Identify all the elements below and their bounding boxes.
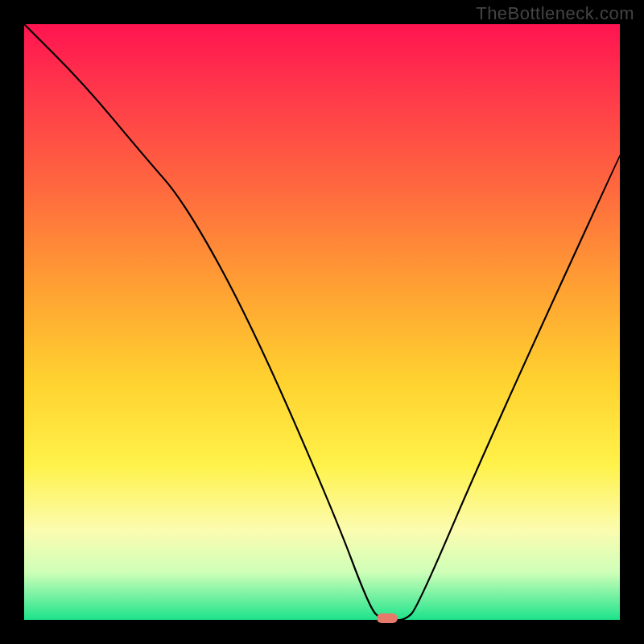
watermark-text: TheBottleneck.com [476,3,634,24]
bottleneck-curve-path [24,24,620,620]
chart-frame: TheBottleneck.com [0,0,644,644]
optimal-point-marker [377,613,398,623]
curve-svg [24,24,620,620]
plot-area [24,24,620,620]
